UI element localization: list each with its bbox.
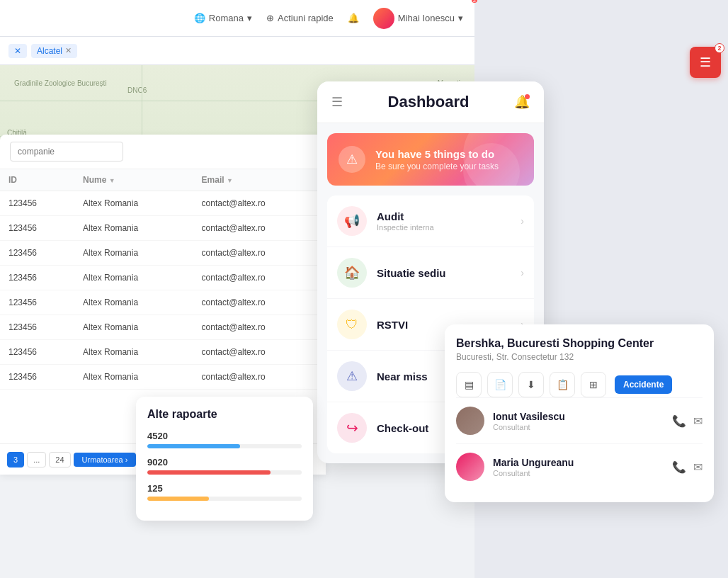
map-label-2: DNC6: [127, 86, 147, 94]
table-row[interactable]: 123456 Altex Romania contact@altex.ro: [0, 241, 326, 266]
stat-value-3: 125: [147, 483, 302, 494]
next-page-btn[interactable]: Urmatoarea ›: [74, 453, 137, 467]
map-label-1: Gradinile Zoologice București: [14, 79, 107, 87]
home-icon: 🏠: [344, 265, 360, 280]
warning-triangle-icon: ⚠: [346, 368, 358, 384]
sort-arrow-email: ▼: [227, 177, 233, 184]
table-row[interactable]: 123456 Altex Romania contact@altex.ro: [0, 365, 326, 390]
table-row[interactable]: 123456 Altex Romania contact@altex.ro: [0, 266, 326, 290]
fab-button[interactable]: ☰ 2: [690, 47, 721, 78]
cell-email: contact@altex.ro: [193, 365, 326, 390]
cell-name: Altex Romania: [74, 340, 193, 365]
avatar: [373, 8, 394, 29]
stat-bar-3: [147, 497, 302, 501]
remove-filter-icon[interactable]: ✕: [65, 46, 72, 55]
contact-avatar-1: [456, 407, 484, 435]
cell-name: Altex Romania: [74, 191, 193, 216]
contact-row-2: Maria Ungureanu Consultant 📞 ✉: [456, 443, 703, 489]
chevron-down-icon: ▾: [247, 13, 252, 23]
table-row[interactable]: 123456 Altex Romania contact@altex.ro: [0, 191, 326, 216]
cell-email: contact@altex.ro: [193, 340, 326, 365]
bershka-icon-2[interactable]: 📄: [487, 372, 513, 397]
cell-name: Altex Romania: [74, 216, 193, 241]
notifications[interactable]: 🔔 2: [348, 13, 359, 23]
cell-id: 123456: [0, 315, 74, 340]
checkout-label: Check-out: [377, 422, 428, 434]
cell-email: contact@altex.ro: [193, 191, 326, 216]
contact-actions-1: 📞 ✉: [672, 414, 703, 428]
cell-id: 123456: [0, 241, 74, 266]
table-row[interactable]: 123456 Altex Romania contact@altex.ro: [0, 315, 326, 340]
bershka-icon-5[interactable]: ⊞: [581, 372, 606, 397]
phone-icon-2[interactable]: 📞: [672, 460, 686, 474]
contact-info-1: Ionut Vasilescu Consultant: [493, 411, 672, 431]
bershka-icon-1[interactable]: ▤: [456, 372, 482, 397]
cell-id: 123456: [0, 266, 74, 290]
audit-chevron: ›: [521, 215, 524, 227]
email-icon-1[interactable]: ✉: [693, 414, 703, 428]
table-row[interactable]: 123456 Altex Romania contact@altex.ro: [0, 216, 326, 241]
cell-id: 123456: [0, 340, 74, 365]
filter-tag-label: Alcatel: [37, 46, 62, 56]
alert-title: You have 5 things to do: [375, 148, 499, 160]
filter-tag-x[interactable]: ✕: [8, 44, 27, 58]
checkout-text: Check-out: [377, 422, 428, 434]
accidente-button[interactable]: Accidente: [615, 375, 672, 394]
filter-bar: ✕ Alcatel ✕: [0, 37, 474, 65]
rstvi-label: RSTVI: [377, 319, 408, 331]
alert-subtitle: Be sure you complete your tasks: [375, 162, 499, 171]
alte-rapoarte-panel: Alte rapoarte 4520 9020 125: [136, 397, 313, 521]
company-search-input[interactable]: [10, 142, 123, 162]
shield-icon: 🛡: [346, 317, 358, 332]
user-menu[interactable]: Mihai Ionescu ▾: [373, 8, 463, 29]
notif-badge: 2: [472, 0, 477, 3]
user-name: Mihai Ionescu: [398, 13, 455, 23]
page-btn-3[interactable]: 3: [7, 452, 24, 468]
nearmiss-icon-circle: ⚠: [337, 361, 367, 391]
filter-tag-alcatel[interactable]: Alcatel ✕: [31, 44, 77, 58]
quick-actions[interactable]: ⊕ Actiuni rapide: [266, 13, 334, 23]
stat-row-2: 9020: [147, 457, 302, 475]
cell-email: contact@altex.ro: [193, 216, 326, 241]
col-id: ID: [0, 169, 74, 191]
close-x[interactable]: ✕: [14, 46, 21, 56]
audit-text: Audit Inspectie interna: [377, 210, 434, 232]
bershka-icon-3[interactable]: ⬇: [518, 372, 544, 397]
situatie-chevron: ›: [521, 267, 524, 278]
language-selector[interactable]: 🌐 Romana ▾: [194, 13, 252, 23]
cell-name: Altex Romania: [74, 315, 193, 340]
audit-label: Audit: [377, 210, 434, 222]
stat-row-1: 4520: [147, 431, 302, 448]
table-row[interactable]: 123456 Altex Romania contact@altex.ro: [0, 340, 326, 365]
alert-banner[interactable]: ⚠ You have 5 things to do Be sure you co…: [327, 133, 534, 186]
contact-actions-2: 📞 ✉: [672, 460, 703, 474]
audit-sub: Inspectie interna: [377, 223, 434, 232]
phone-icon-1[interactable]: 📞: [672, 414, 686, 428]
menu-item-situatie[interactable]: 🏠 Situatie sediu ›: [327, 247, 534, 299]
contact-row-1: Ionut Vasilescu Consultant 📞 ✉: [456, 397, 703, 443]
bershka-title: Bershka, Bucuresti Shopping Center: [456, 337, 703, 350]
col-email[interactable]: Email ▼: [193, 169, 326, 191]
stat-bar-fill-3: [147, 497, 209, 501]
bershka-panel: Bershka, Bucuresti Shopping Center Bucur…: [445, 324, 714, 502]
page-btn-24[interactable]: 24: [49, 452, 70, 468]
dashboard-title: Dashboard: [388, 93, 470, 111]
dash-notifications[interactable]: 🔔: [514, 94, 530, 110]
hamburger-icon[interactable]: ☰: [331, 94, 343, 110]
bershka-icon-4[interactable]: 📋: [550, 372, 575, 397]
col-name[interactable]: Nume ▼: [74, 169, 193, 191]
contact-role-1: Consultant: [493, 423, 672, 431]
table-row[interactable]: 123456 Altex Romania contact@altex.ro: [0, 290, 326, 315]
cell-email: contact@altex.ro: [193, 241, 326, 266]
email-icon-2[interactable]: ✉: [693, 460, 703, 474]
menu-item-audit[interactable]: 📢 Audit Inspectie interna ›: [327, 196, 534, 247]
situatie-label: Situatie sediu: [377, 267, 446, 279]
situatie-text: Situatie sediu: [377, 267, 446, 279]
globe-icon: 🌐: [194, 13, 205, 23]
stat-bar-2: [147, 470, 302, 475]
cell-email: contact@altex.ro: [193, 290, 326, 315]
cell-name: Altex Romania: [74, 266, 193, 290]
alert-text: You have 5 things to do Be sure you comp…: [375, 148, 499, 171]
nearmiss-label: Near miss: [377, 370, 428, 382]
actions-label: Actiuni rapide: [278, 13, 334, 23]
